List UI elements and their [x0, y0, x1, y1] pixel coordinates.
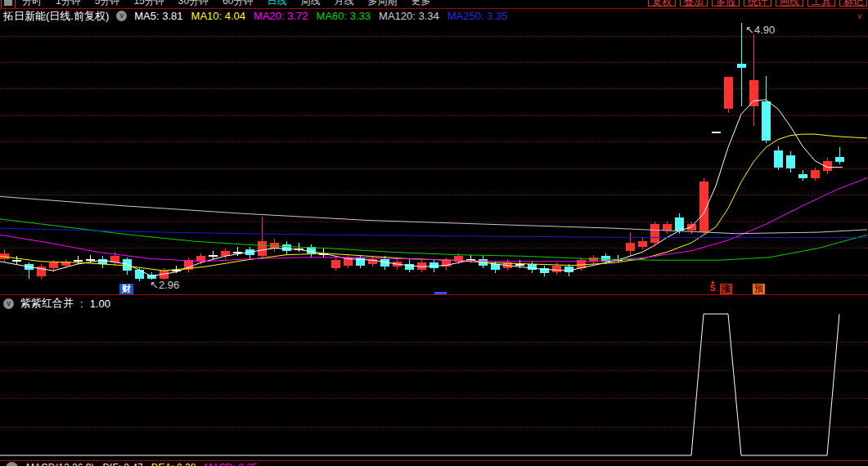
- chevron-down-icon[interactable]: ∨: [3, 298, 14, 309]
- signal-s-letter: S: [710, 285, 716, 292]
- ma-label-2: MA10: 4.04: [191, 10, 246, 22]
- signal-s-marker: ▴ S: [707, 280, 718, 292]
- macd-strip: MACD(12,26,9) DIF: 0.47 DEA: 0.38 MACD: …: [0, 462, 868, 466]
- sub-indicator-separator: :: [80, 298, 83, 310]
- menu-item-1[interactable]: 分时: [22, 0, 42, 8]
- menu-item-10[interactable]: 多周期: [367, 0, 397, 8]
- toolbar-button-1[interactable]: 复权: [648, 0, 676, 7]
- menu-item-11[interactable]: 更多: [411, 0, 430, 8]
- toolbar-button-4[interactable]: 统计: [744, 0, 771, 7]
- title-bar: 拓日新能(日线.前复权) ∨ MA5: 3.81MA10: 4.04MA20: …: [0, 9, 868, 23]
- toolbar-button-6[interactable]: 工具: [807, 0, 835, 7]
- ma-label-5: MA120: 3.34: [379, 10, 439, 22]
- ma-label-3: MA20: 3.72: [254, 10, 308, 22]
- macd-dea: DEA: 0.38: [151, 462, 196, 466]
- menu-item-2[interactable]: 1分钟: [56, 0, 81, 8]
- toolbar-button-3[interactable]: 多股: [712, 0, 740, 7]
- stock-app-window: { "top_menu": { "items": [ {"label": "分时…: [0, 0, 868, 466]
- sub-indicator-value: 1.00: [90, 298, 110, 310]
- toolbar-buttons: 复权叠加多股统计画线工具标记: [648, 0, 867, 7]
- sub-indicator-name: 紫紫红合并: [20, 296, 74, 311]
- macd-name: MACD(12,26,9): [26, 462, 94, 466]
- menu-item-6[interactable]: 60分钟: [223, 0, 253, 8]
- menu-item-4[interactable]: 15分钟: [133, 0, 164, 8]
- ma-label-1: MA5: 3.81: [134, 10, 182, 22]
- low-arrow-icon: ↖: [150, 279, 159, 291]
- main-candlestick-chart[interactable]: ↖4.90 ↖2.96 财 ▴ S 涨 预: [0, 23, 868, 295]
- menu-item-3[interactable]: 5分钟: [95, 0, 120, 8]
- symbol-title: 拓日新能(日线.前复权): [3, 9, 109, 24]
- toolbar-button-2[interactable]: 叠加: [680, 0, 708, 7]
- sub-indicator-svg: [0, 311, 868, 460]
- badge-cai: 财: [119, 284, 133, 294]
- ma-label-4: MA60: 3.33: [317, 10, 371, 22]
- macd-macd: MACD: 0.25: [204, 462, 257, 466]
- ma-labels: MA5: 3.81MA10: 4.04MA20: 3.72MA60: 3.33M…: [134, 10, 507, 22]
- expand-chevron-icon[interactable]: ∨: [857, 12, 862, 20]
- menu-item-9[interactable]: 月线: [334, 0, 353, 8]
- menu-item-8[interactable]: 周线: [300, 0, 320, 8]
- low-price-label: ↖2.96: [150, 279, 179, 291]
- sub-indicator-header: ∨ 紫紫红合并 : 1.00: [0, 295, 868, 311]
- toolbar-button-5[interactable]: 画线: [776, 0, 803, 7]
- badge-yu: 预: [753, 284, 765, 294]
- menu-item-7[interactable]: 日线: [267, 0, 286, 8]
- high-price-label: ↖4.90: [745, 24, 775, 36]
- candlestick-svg: [0, 23, 868, 294]
- app-grid-icon[interactable]: [1, 0, 16, 9]
- macd-dif: DIF: 0.47: [102, 462, 142, 466]
- sub-indicator-chart[interactable]: [0, 311, 868, 461]
- badge-zhang: 涨: [720, 284, 732, 294]
- macd-collapse-icon[interactable]: [6, 462, 18, 466]
- chevron-down-icon[interactable]: ∨: [116, 11, 127, 21]
- ma-label-6: MA250: 3.35: [447, 10, 508, 22]
- menu-item-5[interactable]: 30分钟: [178, 0, 209, 8]
- high-arrow-icon: ↖: [745, 24, 754, 36]
- toolbar-button-7[interactable]: 标记: [839, 0, 867, 7]
- panel-splitter-handle[interactable]: [434, 292, 447, 294]
- menu-items: 分时1分钟5分钟15分钟30分钟60分钟日线周线月线多周期更多: [22, 0, 430, 8]
- top-menu-bar: 分时1分钟5分钟15分钟30分钟60分钟日线周线月线多周期更多 复权叠加多股统计…: [0, 0, 868, 9]
